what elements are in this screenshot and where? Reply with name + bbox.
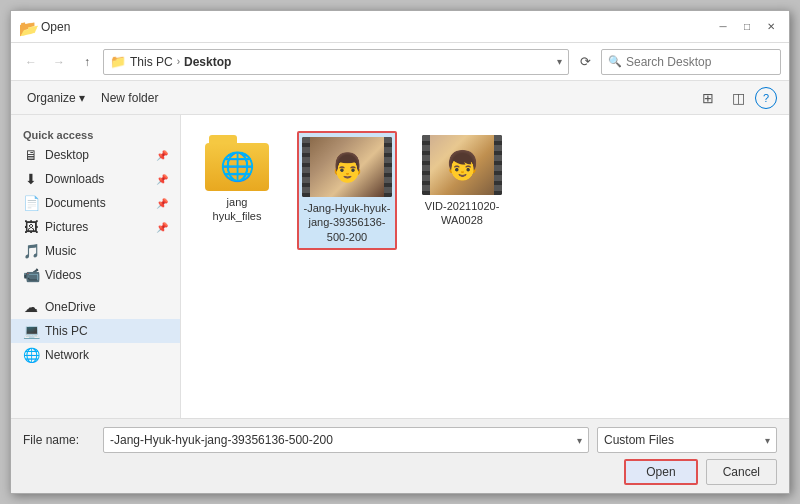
documents-icon: 📄 — [23, 195, 39, 211]
address-bar[interactable]: 📁 This PC › Desktop ▾ — [103, 49, 569, 75]
search-icon: 🔍 — [608, 55, 622, 68]
view-toggle-button[interactable]: ⊞ — [695, 85, 721, 111]
filename-dropdown-icon[interactable]: ▾ — [577, 435, 582, 446]
action-right: ⊞ ◫ ? — [695, 85, 777, 111]
preview-pane-button[interactable]: ◫ — [725, 85, 751, 111]
list-item[interactable]: 👦 VID-20211020-WA0028 — [417, 131, 507, 250]
new-folder-button[interactable]: New folder — [97, 89, 162, 107]
network-icon: 🌐 — [23, 347, 39, 363]
sidebar-item-videos[interactable]: 📹 Videos — [11, 263, 180, 287]
forward-button[interactable]: → — [47, 50, 71, 74]
organize-button[interactable]: Organize ▾ — [23, 89, 89, 107]
search-input[interactable] — [626, 55, 774, 69]
address-this-pc: This PC — [130, 55, 173, 69]
search-bar[interactable]: 🔍 — [601, 49, 781, 75]
sidebar: Quick access 🖥 Desktop 📌 ⬇ Downloads 📌 📄… — [11, 115, 181, 418]
address-dropdown-icon[interactable]: ▾ — [557, 56, 562, 67]
title-bar: 📂 Open ─ □ ✕ — [11, 11, 789, 43]
video-thumbnail-selected: 👨 — [302, 137, 392, 197]
sidebar-videos-label: Videos — [45, 268, 81, 282]
sidebar-item-music[interactable]: 🎵 Music — [11, 239, 180, 263]
sidebar-pictures-label: Pictures — [45, 220, 88, 234]
sidebar-item-downloads[interactable]: ⬇ Downloads 📌 — [11, 167, 180, 191]
downloads-pin-icon: 📌 — [156, 174, 168, 185]
filetype-dropdown-icon[interactable]: ▾ — [765, 435, 770, 446]
sidebar-documents-label: Documents — [45, 196, 106, 210]
maximize-button[interactable]: □ — [737, 17, 757, 37]
refresh-button[interactable]: ⟳ — [573, 50, 597, 74]
filename-input[interactable]: -Jang-Hyuk-hyuk-jang-39356136-500-200 ▾ — [103, 427, 589, 453]
sidebar-this-pc-label: This PC — [45, 324, 88, 338]
sidebar-music-label: Music — [45, 244, 76, 258]
title-controls: ─ □ ✕ — [713, 17, 781, 37]
sidebar-network-label: Network — [45, 348, 89, 362]
filename-row: File name: -Jang-Hyuk-hyuk-jang-39356136… — [23, 427, 777, 453]
documents-pin-icon: 📌 — [156, 198, 168, 209]
desktop-pin-icon: 📌 — [156, 150, 168, 161]
sidebar-item-onedrive[interactable]: ☁ OneDrive — [11, 295, 180, 319]
list-item[interactable]: 👨 -Jang-Hyuk-hyuk-jang-39356136-500-200 — [297, 131, 397, 250]
back-button[interactable]: ← — [19, 50, 43, 74]
folder-icon: 🌐 — [205, 135, 269, 191]
file-area: 🌐 jang hyuk_files 👨 -Jang-Hyuk-hyuk-jang… — [181, 115, 789, 418]
open-dialog: 📂 Open ─ □ ✕ ← → ↑ 📁 This PC › Desktop ▾… — [10, 10, 790, 494]
dialog-icon: 📂 — [19, 19, 35, 35]
buttons-row: Open Cancel — [23, 459, 777, 485]
address-sep1: › — [177, 56, 180, 67]
filename-value: -Jang-Hyuk-hyuk-jang-39356136-500-200 — [110, 433, 333, 447]
address-desktop: Desktop — [184, 55, 231, 69]
onedrive-icon: ☁ — [23, 299, 39, 315]
action-left: Organize ▾ New folder — [23, 89, 162, 107]
quick-access-header: Quick access — [11, 123, 180, 143]
address-folder-icon: 📁 — [110, 54, 126, 69]
address-toolbar: ← → ↑ 📁 This PC › Desktop ▾ ⟳ 🔍 — [11, 43, 789, 81]
cancel-button[interactable]: Cancel — [706, 459, 777, 485]
bottom-bar: File name: -Jang-Hyuk-hyuk-jang-39356136… — [11, 418, 789, 493]
open-button[interactable]: Open — [624, 459, 697, 485]
filename-label: File name: — [23, 433, 95, 447]
minimize-button[interactable]: ─ — [713, 17, 733, 37]
sidebar-item-documents[interactable]: 📄 Documents 📌 — [11, 191, 180, 215]
file-label: jang hyuk_files — [201, 195, 273, 224]
filetype-select[interactable]: Custom Files ▾ — [597, 427, 777, 453]
pictures-icon: 🖼 — [23, 219, 39, 235]
desktop-icon: 🖥 — [23, 147, 39, 163]
help-button[interactable]: ? — [755, 87, 777, 109]
sidebar-desktop-label: Desktop — [45, 148, 89, 162]
sidebar-downloads-label: Downloads — [45, 172, 104, 186]
file-label: VID-20211020-WA0028 — [421, 199, 503, 228]
downloads-icon: ⬇ — [23, 171, 39, 187]
video-thumbnail: 👦 — [422, 135, 502, 195]
sidebar-onedrive-label: OneDrive — [45, 300, 96, 314]
sidebar-item-this-pc[interactable]: 💻 This PC — [11, 319, 180, 343]
sidebar-item-desktop[interactable]: 🖥 Desktop 📌 — [11, 143, 180, 167]
sidebar-item-pictures[interactable]: 🖼 Pictures 📌 — [11, 215, 180, 239]
title-bar-left: 📂 Open — [19, 19, 70, 35]
pictures-pin-icon: 📌 — [156, 222, 168, 233]
this-pc-icon: 💻 — [23, 323, 39, 339]
dialog-title: Open — [41, 20, 70, 34]
videos-icon: 📹 — [23, 267, 39, 283]
file-label: -Jang-Hyuk-hyuk-jang-39356136-500-200 — [303, 201, 391, 244]
action-bar: Organize ▾ New folder ⊞ ◫ ? — [11, 81, 789, 115]
list-item[interactable]: 🌐 jang hyuk_files — [197, 131, 277, 250]
sidebar-item-network[interactable]: 🌐 Network — [11, 343, 180, 367]
close-button[interactable]: ✕ — [761, 17, 781, 37]
main-content: Quick access 🖥 Desktop 📌 ⬇ Downloads 📌 📄… — [11, 115, 789, 418]
filetype-value: Custom Files — [604, 433, 674, 447]
up-button[interactable]: ↑ — [75, 50, 99, 74]
music-icon: 🎵 — [23, 243, 39, 259]
address-path: 📁 This PC › Desktop — [110, 54, 553, 69]
